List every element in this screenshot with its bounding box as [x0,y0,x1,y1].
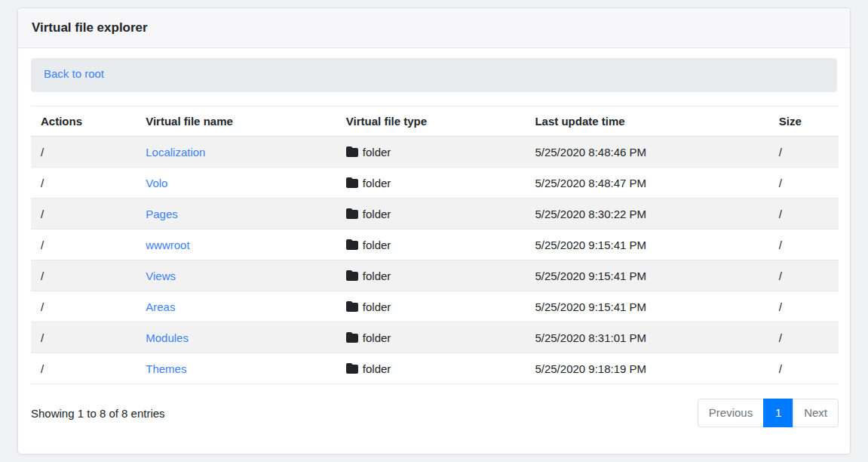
pagination-page-1-item: 1 [764,399,793,427]
folder-icon [346,331,358,343]
last-update-cell: 5/25/2020 8:48:47 PM [525,168,768,199]
actions-cell: / [31,229,136,260]
file-type-cell: folder [336,137,526,168]
file-table: Actions Virtual file name Virtual file t… [31,106,839,384]
file-type-label: folder [363,177,391,189]
last-update-cell: 5/25/2020 9:15:41 PM [525,291,768,322]
file-name-link[interactable]: Themes [146,362,186,375]
file-name-link[interactable]: wwwroot [146,239,189,251]
file-name-cell: Views [136,260,336,291]
back-to-root-link[interactable]: Back to root [44,67,104,80]
file-name-link[interactable]: Pages [146,208,178,220]
table-header-row: Actions Virtual file name Virtual file t… [31,106,839,137]
folder-icon [346,177,358,189]
size-cell: / [769,168,839,199]
pagination-next-item: Next [793,399,839,427]
size-cell: / [769,322,839,353]
file-name-link[interactable]: Modules [146,331,189,344]
file-type-cell: folder [336,353,526,384]
entries-summary: Showing 1 to 8 of 8 entries [31,407,165,420]
column-header-size: Size [769,106,839,137]
size-cell: / [769,260,839,291]
card-body: Back to root Actions Virtual file name V… [18,48,850,440]
folder-icon [346,146,358,158]
file-type-label: folder [363,146,391,159]
pagination: Previous 1 Next [698,399,839,427]
pagination-next-button[interactable]: Next [793,399,839,427]
file-name-cell: Localization [136,137,336,168]
file-type-cell: folder [336,229,526,260]
size-cell: / [769,229,839,260]
file-type-label: folder [363,270,391,282]
file-type-label: folder [363,331,391,344]
actions-cell: / [31,260,136,291]
pagination-previous-button[interactable]: Previous [698,399,764,427]
file-type-label: folder [363,208,391,220]
last-update-cell: 5/25/2020 9:15:41 PM [525,229,768,260]
table-row: / Modules folder 5/25/2020 8:31:01 PM / [31,322,839,353]
card-title: Virtual file explorer [18,8,850,48]
file-name-link[interactable]: Views [146,270,176,282]
actions-cell: / [31,168,136,199]
actions-cell: / [31,199,136,229]
column-header-file-type: Virtual file type [336,106,526,137]
file-type-label: folder [363,300,391,313]
breadcrumb: Back to root [31,58,837,92]
column-header-last-update: Last update time [525,106,768,137]
last-update-cell: 5/25/2020 9:15:41 PM [525,260,768,291]
table-header: Actions Virtual file name Virtual file t… [31,106,839,137]
file-type-label: folder [363,239,391,251]
file-type-cell: folder [336,291,526,322]
size-cell: / [769,353,839,384]
actions-cell: / [31,322,136,353]
table-body: / Localization folder 5/25/2020 8:48:46 … [31,137,839,384]
last-update-cell: 5/25/2020 9:18:19 PM [525,353,768,384]
pagination-page-1-button[interactable]: 1 [763,399,793,427]
table-row: / Volo folder 5/25/2020 8:48:47 PM / [31,168,839,199]
size-cell: / [769,199,839,229]
table-row: / Pages folder 5/25/2020 8:30:22 PM / [31,199,839,229]
folder-icon [346,270,358,282]
file-name-cell: wwwroot [136,229,336,260]
actions-cell: / [31,291,136,322]
actions-cell: / [31,353,136,384]
file-type-cell: folder [336,199,526,229]
size-cell: / [769,291,839,322]
file-name-cell: Themes [136,353,336,384]
file-type-cell: folder [336,168,526,199]
size-cell: / [769,137,839,168]
file-type-label: folder [363,362,391,375]
file-name-link[interactable]: Localization [146,146,205,159]
table-row: / Areas folder 5/25/2020 9:15:41 PM / [31,291,839,322]
folder-icon [346,239,358,251]
file-type-cell: folder [336,260,526,291]
file-name-cell: Pages [136,199,336,229]
last-update-cell: 5/25/2020 8:48:46 PM [525,137,768,168]
actions-cell: / [31,137,136,168]
folder-icon [346,208,358,220]
table-row: / Themes folder 5/25/2020 9:18:19 PM / [31,353,839,384]
last-update-cell: 5/25/2020 8:31:01 PM [525,322,768,353]
table-row: / Localization folder 5/25/2020 8:48:46 … [31,137,839,168]
column-header-file-name: Virtual file name [136,106,336,137]
file-name-cell: Areas [136,291,336,322]
file-name-link[interactable]: Volo [146,177,167,189]
table-footer: Showing 1 to 8 of 8 entries Previous 1 N… [31,399,839,427]
folder-icon [346,300,358,313]
table-row: / wwwroot folder 5/25/2020 9:15:41 PM / [31,229,839,260]
file-name-cell: Modules [136,322,336,353]
pagination-previous-item: Previous [698,399,764,427]
file-name-link[interactable]: Areas [146,300,175,313]
last-update-cell: 5/25/2020 8:30:22 PM [525,199,768,229]
file-name-cell: Volo [136,168,336,199]
column-header-actions: Actions [31,106,136,137]
table-row: / Views folder 5/25/2020 9:15:41 PM / [31,260,839,291]
virtual-file-explorer-card: Virtual file explorer Back to root Actio… [17,8,851,454]
file-type-cell: folder [336,322,526,353]
folder-icon [346,362,358,374]
